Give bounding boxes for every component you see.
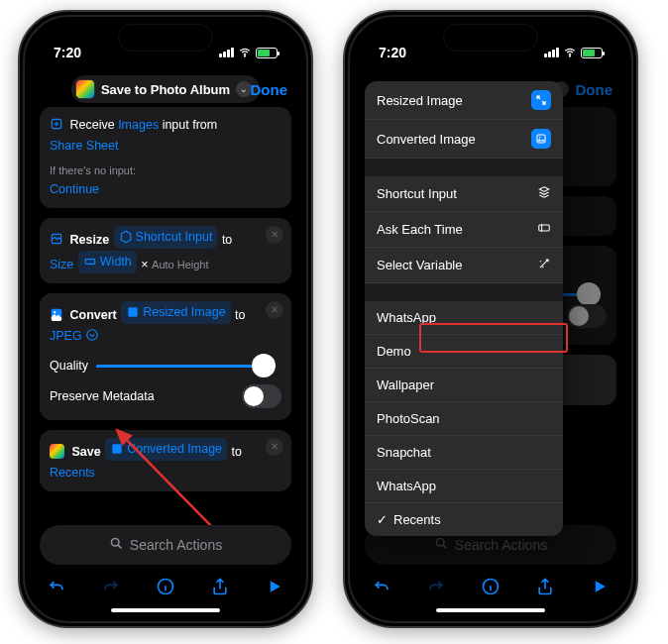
redo-icon [100, 576, 122, 597]
bottom-toolbar [30, 567, 301, 606]
status-time: 7:20 [379, 45, 406, 60]
action-convert[interactable]: ✕ Convert Resized Image to JPEG Quality … [40, 293, 291, 420]
home-indicator[interactable] [111, 608, 220, 612]
shortcut-title[interactable]: Save to Photo Album ⌄ [71, 75, 260, 103]
info-icon[interactable] [480, 576, 501, 597]
share-icon[interactable] [534, 576, 556, 597]
layers-icon [537, 185, 551, 202]
delete-action-icon[interactable]: ✕ [266, 226, 283, 244]
search-actions[interactable]: Search Actions [40, 525, 291, 565]
play-icon[interactable] [589, 576, 611, 597]
action-resize[interactable]: ✕ Resize Shortcut Input to Size Width × … [40, 218, 291, 283]
undo-icon[interactable] [46, 576, 67, 597]
album-option[interactable]: PhotoScan [365, 402, 563, 436]
done-button[interactable]: Done [576, 81, 613, 98]
svg-rect-6 [129, 308, 138, 317]
actions-list: Receive Images input from Share Sheet If… [40, 107, 291, 527]
dynamic-island [118, 24, 213, 52]
album-picker-popover: Resized Image Converted Image Shortcut I… [365, 81, 563, 536]
wifi-icon [238, 46, 252, 59]
undo-icon[interactable] [371, 576, 392, 597]
delete-action-icon[interactable]: ✕ [266, 438, 283, 456]
svg-point-5 [54, 311, 56, 313]
receive-type[interactable]: Images [118, 118, 159, 132]
signal-icon [544, 48, 559, 57]
search-icon [109, 536, 124, 554]
convert-input-var[interactable]: Resized Image [121, 301, 230, 324]
svg-point-16 [436, 539, 444, 547]
svg-point-12 [569, 55, 570, 56]
convert-format[interactable]: JPEG [50, 329, 82, 343]
battery-icon [256, 48, 278, 58]
expand-icon [531, 90, 551, 110]
action-save[interactable]: ✕ Save Converted Image to Recents [40, 430, 291, 491]
album-option-recents[interactable]: ✓Recents [365, 503, 563, 536]
svg-point-10 [111, 539, 119, 547]
preserve-label: Preserve Metadata [50, 386, 155, 407]
check-icon: ✓ [377, 512, 388, 527]
preserve-toggle[interactable] [567, 304, 607, 328]
svg-point-0 [244, 55, 245, 56]
title-text: Save to Photo Album [101, 82, 230, 97]
svg-rect-8 [113, 445, 122, 454]
delete-action-icon[interactable]: ✕ [266, 301, 283, 319]
svg-rect-13 [537, 135, 545, 143]
done-button[interactable]: Done [251, 81, 288, 98]
svg-point-7 [87, 330, 98, 341]
svg-rect-15 [539, 225, 550, 231]
resize-size[interactable]: Size [50, 258, 73, 271]
info-icon[interactable] [155, 576, 176, 597]
resize-icon [50, 232, 63, 246]
receive-icon [50, 117, 63, 131]
svg-point-14 [539, 137, 541, 139]
var-option[interactable]: Select Variable [365, 248, 563, 283]
var-option[interactable]: Shortcut Input [365, 176, 563, 212]
phone-right: 7:20 ⌄ Done Recents [343, 10, 638, 628]
album-option[interactable]: Wallpaper [365, 369, 563, 402]
share-icon[interactable] [209, 576, 231, 597]
photos-icon [50, 444, 64, 459]
receive-source[interactable]: Share Sheet [50, 139, 119, 153]
save-album[interactable]: Recents [50, 466, 95, 480]
var-option[interactable]: Resized Image [365, 81, 563, 120]
no-input-label: If there's no input: [50, 161, 281, 179]
wifi-icon [563, 46, 577, 59]
image-icon [531, 129, 551, 149]
quality-slider[interactable] [96, 365, 274, 368]
album-option[interactable]: WhatsApp [365, 301, 563, 335]
no-input-action[interactable]: Continue [50, 179, 281, 200]
dynamic-island [443, 24, 538, 52]
photos-app-icon [75, 79, 95, 99]
preserve-toggle[interactable] [242, 384, 281, 408]
var-option[interactable]: Converted Image [365, 120, 563, 159]
bottom-toolbar [355, 567, 626, 606]
home-indicator[interactable] [436, 608, 545, 612]
play-icon[interactable] [264, 576, 285, 597]
text-cursor-icon [537, 221, 551, 238]
action-receive[interactable]: Receive Images input from Share Sheet If… [40, 107, 291, 208]
svg-rect-3 [85, 260, 94, 265]
phone-left: 7:20 Save to Photo Album ⌄ Done Receive … [18, 10, 313, 628]
chevron-circle-icon[interactable] [85, 328, 99, 342]
resize-width[interactable]: Width [78, 251, 137, 273]
convert-icon [50, 307, 63, 321]
album-option[interactable]: Demo [365, 335, 563, 369]
search-placeholder: Search Actions [455, 537, 547, 553]
var-option[interactable]: Ask Each Time [365, 212, 563, 248]
quality-label: Quality [50, 356, 88, 376]
search-placeholder: Search Actions [130, 537, 222, 553]
album-option[interactable]: Snapchat [365, 436, 563, 470]
save-input-var[interactable]: Converted Image [105, 438, 227, 461]
status-time: 7:20 [54, 45, 81, 60]
nav-bar: Save to Photo Album ⌄ Done [30, 71, 301, 107]
resize-input-var[interactable]: Shortcut Input [114, 226, 218, 249]
search-icon [434, 536, 449, 554]
signal-icon [219, 48, 234, 57]
wand-icon [537, 257, 551, 273]
album-option[interactable]: WhatsApp [365, 470, 563, 503]
resize-height[interactable]: Auto Height [152, 259, 208, 270]
redo-icon [425, 576, 447, 597]
battery-icon [581, 48, 603, 58]
